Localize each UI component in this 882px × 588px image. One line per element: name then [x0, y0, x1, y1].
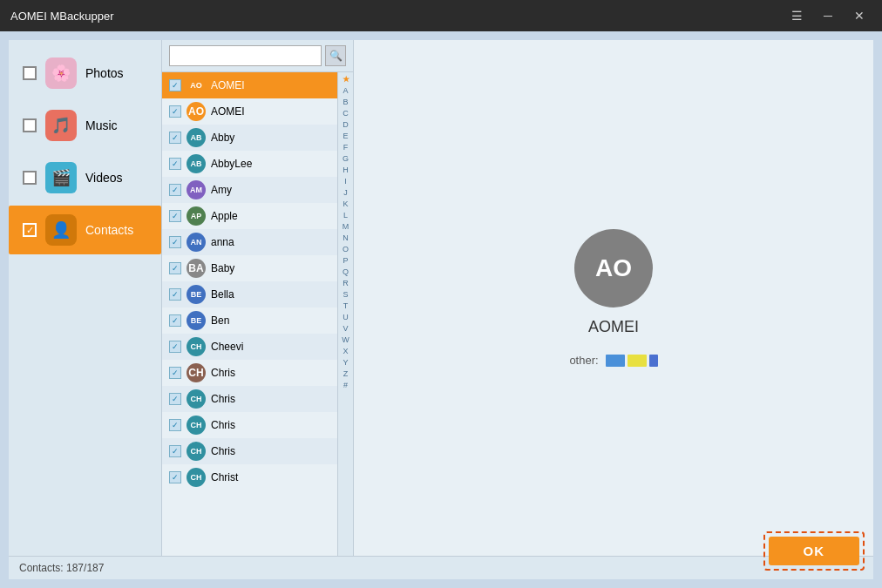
alpha-letter[interactable]: S [343, 289, 348, 301]
contact-item[interactable]: APApple [162, 203, 337, 229]
alpha-letter[interactable]: Z [343, 368, 349, 380]
contact-item[interactable]: ABAbby [162, 125, 337, 151]
contact-avatar: BE [187, 285, 206, 304]
alpha-letter[interactable]: O [343, 244, 349, 255]
contact-item[interactable]: AMAmy [162, 177, 337, 203]
alpha-letter[interactable]: G [343, 153, 349, 165]
contact-item[interactable]: BEBen [162, 308, 337, 334]
contact-name: Baby [211, 262, 330, 274]
contact-item[interactable]: BABaby [162, 255, 337, 281]
contact-item[interactable]: AOAOMEI [162, 72, 337, 98]
contact-avatar: CH [187, 337, 206, 356]
contact-name: Chris [211, 367, 330, 379]
alpha-letter[interactable]: D [343, 119, 349, 131]
other-label: other: [569, 354, 598, 367]
contact-checkbox[interactable] [169, 105, 181, 118]
alpha-letter[interactable]: W [342, 335, 349, 346]
alpha-letter[interactable]: R [343, 278, 349, 289]
contact-name: Chris [211, 393, 330, 405]
alpha-letter[interactable]: K [343, 199, 348, 210]
contact-item[interactable]: BEBella [162, 281, 337, 308]
contact-avatar: AB [187, 128, 206, 147]
alpha-letter[interactable]: # [343, 380, 348, 391]
contact-checkbox[interactable] [169, 262, 181, 274]
contact-name: Ben [211, 314, 330, 327]
contact-name: Amy [211, 184, 330, 196]
sidebar-item-videos[interactable]: 🎬 Videos [9, 153, 161, 202]
contact-item[interactable]: CHChris [162, 386, 337, 412]
detail-avatar: AO [574, 229, 653, 308]
contact-item[interactable]: ABAbbyLee [162, 151, 337, 177]
contact-checkbox[interactable] [169, 419, 181, 431]
contact-checkbox[interactable] [169, 393, 181, 405]
alpha-letter[interactable]: L [343, 210, 348, 221]
contact-name: Bella [211, 288, 330, 301]
contact-avatar: AO [187, 102, 206, 121]
alpha-letter[interactable]: U [343, 312, 349, 323]
alpha-letter[interactable]: Q [343, 267, 349, 278]
footer: Contacts: 187/187 [9, 556, 873, 579]
contact-item[interactable]: CHChris [162, 438, 337, 464]
alpha-letter[interactable]: J [343, 187, 348, 199]
alpha-letter[interactable]: A [343, 85, 348, 97]
contact-checkbox[interactable] [169, 445, 181, 457]
contact-name: AOMEI [211, 79, 330, 91]
contact-checkbox[interactable] [169, 79, 181, 91]
contact-checkbox[interactable] [169, 132, 181, 144]
contact-item[interactable]: CHChris [162, 412, 337, 438]
contact-checkbox[interactable] [169, 184, 181, 196]
sidebar-item-photos[interactable]: 🌸 Photos [9, 49, 161, 98]
alpha-letter[interactable]: Y [343, 357, 348, 368]
videos-checkbox[interactable] [23, 171, 37, 185]
contact-item[interactable]: AOAOMEI [162, 98, 337, 125]
contacts-checkbox[interactable] [23, 223, 37, 237]
contact-item[interactable]: CHChrist [162, 464, 337, 490]
window-controls: ☰ ─ ✕ [784, 3, 872, 28]
alpha-letter[interactable]: T [343, 301, 349, 312]
minimize-button[interactable]: ─ [816, 3, 840, 28]
alphabet-index[interactable]: ★ABCDEFGHIJKLMNOPQRSTUVWXYZ# [337, 72, 353, 556]
alpha-letter[interactable]: I [344, 176, 347, 187]
contact-item[interactable]: ANanna [162, 229, 337, 255]
alpha-letter[interactable]: N [343, 233, 349, 244]
contact-item[interactable]: CHChris [162, 360, 337, 386]
alpha-letter[interactable]: C [343, 108, 349, 119]
alpha-letter[interactable]: B [343, 97, 348, 108]
contact-checkbox[interactable] [169, 158, 181, 170]
contact-name: AbbyLee [211, 158, 330, 170]
music-icon: 🎵 [45, 110, 77, 141]
close-button[interactable]: ✕ [847, 3, 872, 28]
alpha-letter[interactable]: F [343, 142, 349, 153]
alpha-letter[interactable]: M [343, 221, 349, 233]
contact-avatar: AO [187, 76, 206, 95]
ok-button[interactable]: OK [769, 537, 860, 565]
alpha-letter[interactable]: P [343, 255, 348, 267]
search-input[interactable] [169, 45, 322, 66]
sidebar: 🌸 Photos 🎵 Music 🎬 Videos 👤 Contacts [9, 40, 161, 556]
music-checkbox[interactable] [23, 118, 37, 132]
photos-checkbox[interactable] [23, 66, 37, 80]
chart-bar [649, 355, 658, 367]
sidebar-item-contacts[interactable]: 👤 Contacts [9, 206, 161, 254]
alpha-letter[interactable]: ★ [343, 74, 349, 85]
contact-checkbox[interactable] [169, 288, 181, 301]
sidebar-item-music[interactable]: 🎵 Music [9, 101, 161, 150]
menu-button[interactable]: ☰ [784, 3, 809, 28]
contact-checkbox[interactable] [169, 210, 181, 222]
contact-name: Apple [211, 210, 330, 222]
contact-checkbox[interactable] [169, 314, 181, 327]
videos-icon: 🎬 [45, 162, 77, 193]
contact-checkbox[interactable] [169, 341, 181, 353]
alpha-letter[interactable]: V [343, 323, 348, 335]
alpha-letter[interactable]: E [343, 131, 348, 142]
contact-item[interactable]: CHCheevi [162, 334, 337, 360]
contact-checkbox[interactable] [169, 367, 181, 379]
contact-checkbox[interactable] [169, 236, 181, 248]
contacts-count: Contacts: 187/187 [19, 562, 104, 574]
detail-chart [606, 355, 658, 367]
alpha-letter[interactable]: X [343, 346, 348, 357]
contact-checkbox[interactable] [169, 471, 181, 483]
search-button[interactable]: 🔍 [325, 45, 346, 66]
alpha-letter[interactable]: H [343, 165, 349, 176]
chart-bar [606, 355, 625, 367]
